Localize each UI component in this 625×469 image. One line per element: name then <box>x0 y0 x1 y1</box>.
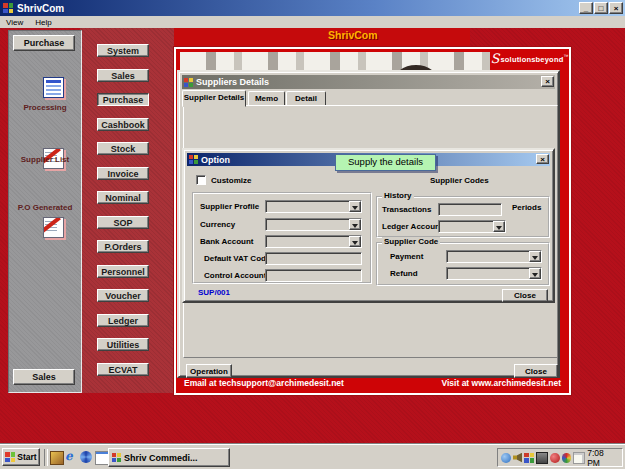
internet-explorer-icon[interactable]: e <box>65 450 77 462</box>
volume-icon[interactable] <box>513 453 523 463</box>
outlook-swirl-icon[interactable] <box>80 451 92 463</box>
document-icon[interactable] <box>95 451 109 465</box>
show-desktop-icon[interactable] <box>50 451 64 465</box>
logo-text: solutionsbeyond <box>500 52 563 68</box>
start-label: Start <box>17 452 36 462</box>
footer-visit-text: Visit at www.archimedesit.net <box>441 378 561 388</box>
option-dialog-title: Option <box>201 155 230 165</box>
tab-memo[interactable]: Memo <box>248 91 285 106</box>
module-button-voucher[interactable]: Voucher <box>97 289 149 302</box>
tray-red-icon[interactable] <box>550 453 560 463</box>
tab-detail[interactable]: Detail <box>286 91 326 106</box>
footer-links: Email at techsupport@archimedesit.net Vi… <box>184 378 561 388</box>
module-button-sales[interactable]: Sales <box>97 69 149 82</box>
history-group-label: History <box>382 191 414 200</box>
close-icon[interactable]: × <box>536 154 549 164</box>
periods-label: Periods <box>512 203 541 212</box>
chevron-down-icon[interactable] <box>529 251 541 262</box>
client-area: System Sales Purchase Cashbook Stock Inv… <box>0 28 625 444</box>
refund-dropdown[interactable] <box>446 267 542 280</box>
module-button-utilities[interactable]: Utilities <box>97 338 149 351</box>
start-button[interactable]: Start <box>2 448 40 466</box>
record-id-text: SUP/001 <box>198 288 230 297</box>
supplier-profile-dropdown[interactable] <box>265 200 362 213</box>
customize-checkbox[interactable] <box>196 175 206 185</box>
tray-mosaic-icon[interactable] <box>524 453 534 463</box>
chevron-down-icon[interactable] <box>349 219 361 230</box>
suppliers-window-titlebar: Suppliers Details × <box>182 75 555 89</box>
app-icon <box>112 453 121 462</box>
module-column: System Sales Purchase Cashbook Stock Inv… <box>80 28 174 393</box>
app-titlebar: ShrivCom _ □ × <box>0 0 625 16</box>
minimize-icon[interactable]: _ <box>579 2 593 14</box>
module-button-ledger[interactable]: Ledger <box>97 314 149 327</box>
chevron-down-icon[interactable] <box>493 221 505 232</box>
currency-dropdown[interactable] <box>265 218 362 231</box>
option-dialog: Option × Customize Supplier Codes Suppli… <box>182 148 555 303</box>
supplier-profile-label: Supplier Profile <box>200 202 259 211</box>
operation-button[interactable]: Operation <box>186 364 232 378</box>
bank-account-dropdown[interactable] <box>265 235 362 248</box>
display-settings-icon[interactable] <box>562 453 572 463</box>
option-close-button[interactable]: Close <box>502 289 548 302</box>
payment-dropdown[interactable] <box>446 250 542 263</box>
sidebar-item-processing[interactable]: Processing <box>9 103 81 112</box>
currency-label: Currency <box>200 220 235 229</box>
form-icon <box>189 155 198 164</box>
module-button-personnel[interactable]: Personnel <box>97 265 149 278</box>
transactions-label: Transactions <box>382 205 431 214</box>
logo-s-icon: S <box>491 52 500 66</box>
ledger-account-label: Ledger Account <box>382 222 443 231</box>
module-button-porders[interactable]: P.Orders <box>97 240 149 253</box>
control-account-field[interactable] <box>265 269 362 282</box>
footer-email-text: Email at techsupport@archimedesit.net <box>184 378 344 388</box>
task-label: Shriv Commedi... <box>124 453 198 463</box>
tray-blue-icon[interactable] <box>501 453 511 463</box>
suppliers-close-button[interactable]: Close <box>514 364 558 378</box>
close-icon[interactable]: × <box>541 76 554 87</box>
module-button-sop[interactable]: SOP <box>97 216 149 229</box>
chevron-down-icon[interactable] <box>529 268 541 279</box>
task-button-shriv[interactable]: Shriv Commedi... <box>108 448 230 467</box>
taskbar: Start e » Shriv Commedi... 7:08 PM <box>0 444 625 469</box>
module-button-system[interactable]: System <box>97 44 149 57</box>
sidebar-purchase-button[interactable]: Purchase <box>13 35 75 51</box>
default-vat-field[interactable] <box>265 252 362 265</box>
tray-gray-icon[interactable] <box>536 452 548 464</box>
module-button-nominal[interactable]: Nominal <box>97 191 149 204</box>
chevron-down-icon[interactable] <box>349 201 361 212</box>
module-button-ecvat[interactable]: ECVAT <box>97 363 149 376</box>
module-button-purchase[interactable]: Purchase <box>97 93 149 106</box>
transactions-field[interactable] <box>438 203 502 216</box>
sidebar-item-supplier-list[interactable]: Supplier List <box>9 155 81 164</box>
module-button-invoice[interactable]: Invoice <box>97 167 149 180</box>
tooltip: Supply the details <box>335 154 436 171</box>
restore-icon[interactable]: □ <box>594 2 608 14</box>
supplier-code-group-label: Supplier Code <box>382 237 440 246</box>
windows-logo-icon <box>5 452 15 462</box>
taskbar-clock: 7:08 PM <box>587 448 618 468</box>
ledger-account-dropdown[interactable] <box>438 220 506 233</box>
po-generated-pencil-icon[interactable] <box>43 217 64 238</box>
chevron-down-icon[interactable] <box>349 236 361 247</box>
module-button-stock[interactable]: Stock <box>97 142 149 155</box>
tray-page-icon[interactable] <box>573 452 585 464</box>
module-button-cashbook[interactable]: Cashbook <box>97 118 149 131</box>
screen: ShrivCom _ □ × View Help System Sales Pu… <box>0 0 625 469</box>
close-icon[interactable]: × <box>609 2 623 14</box>
processing-form-icon[interactable] <box>43 77 64 98</box>
form-icon <box>184 78 193 87</box>
refund-label: Refund <box>390 269 418 278</box>
sidebar-sales-button[interactable]: Sales <box>13 369 75 385</box>
logo-trademark: ™ <box>563 52 568 60</box>
default-vat-label: Default VAT Code <box>204 254 270 263</box>
sidebar: Purchase Processing Supplier List P.O Ge… <box>8 30 82 393</box>
system-tray: 7:08 PM <box>497 448 623 467</box>
app-title: ShrivCom <box>17 3 64 14</box>
menu-view[interactable]: View <box>0 18 29 27</box>
sidebar-item-po-generated[interactable]: P.O Generated <box>9 203 81 212</box>
bank-account-label: Bank Account <box>200 237 254 246</box>
tab-supplier-details[interactable]: Supplier Details <box>182 90 246 107</box>
control-account-label: Control Account <box>204 271 266 280</box>
menu-help[interactable]: Help <box>29 18 57 27</box>
